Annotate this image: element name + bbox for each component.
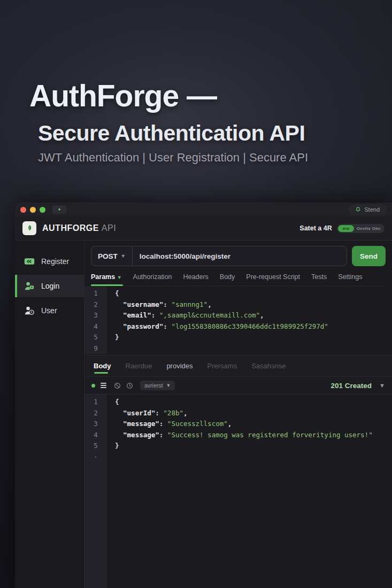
chevron-down-icon: ▼ xyxy=(117,275,122,280)
tab-settings[interactable]: Settings xyxy=(338,273,362,285)
environment-badge[interactable]: o=o Oevtis Obc xyxy=(337,224,385,233)
tab-body[interactable]: Body xyxy=(220,273,235,285)
request-body-editor[interactable]: 123459 { "username": "sannng1", "email":… xyxy=(84,286,392,354)
sidebar: RegisterLoginUser xyxy=(15,241,84,588)
close-window-icon[interactable] xyxy=(20,207,26,213)
tab-tests[interactable]: Tests xyxy=(311,273,327,285)
code-line: { xyxy=(115,288,392,299)
badge-text: Oevtis Obc xyxy=(357,226,381,231)
response-line-numbers: 12345· xyxy=(84,394,107,588)
request-tabs: Params ▼AuthorizationHeadersBodyPre-requ… xyxy=(91,273,386,286)
response-tab-prersams[interactable]: Prersams xyxy=(207,355,237,376)
maximize-window-icon[interactable] xyxy=(40,207,45,213)
code-line xyxy=(115,452,392,463)
tab-headers[interactable]: Headers xyxy=(183,273,209,285)
line-number: 1 xyxy=(84,397,107,408)
code-line: "email": ",saampl&ccnutemaill.com", xyxy=(115,310,392,321)
minimize-window-icon[interactable] xyxy=(30,207,36,213)
chevron-down-icon: ▼ xyxy=(166,383,171,388)
response-tab-provides[interactable]: provides xyxy=(166,355,193,376)
connection-status-icon xyxy=(91,384,95,388)
code-line: "password": "log1558380886c3390466ddc1t9… xyxy=(115,321,392,332)
block-icon[interactable] xyxy=(114,382,121,389)
send-button[interactable]: Send xyxy=(352,246,386,266)
url-input-group: POST ▼ localhost:5000/api/register xyxy=(91,246,347,266)
sidebar-item-label: User xyxy=(41,306,57,315)
response-tab-body[interactable]: Body xyxy=(94,355,111,376)
api-client-window: ✦ Stend AUTHFORGE API Satet a 4R o=o Oev… xyxy=(15,203,392,588)
hero-subtitle: JWT Authentication | User Registration |… xyxy=(38,151,308,165)
header-status-text: Satet a 4R xyxy=(299,225,332,232)
line-number: 5 xyxy=(84,440,107,452)
hero-title-line2: Secure Authentication API xyxy=(38,121,305,146)
code-line: "username": "sannng1", xyxy=(115,299,392,311)
sidebar-item-login[interactable]: Login xyxy=(15,275,84,297)
notify-button-label: Stend xyxy=(364,206,380,213)
line-number: 2 xyxy=(84,299,107,311)
response-tabs: BodyRaerdueprovidesPrersamsSasahsnse xyxy=(84,355,392,377)
response-code: { "userId": "28b", "message": "Sucesszll… xyxy=(107,394,392,588)
response-env-label: avrierst xyxy=(144,382,163,389)
notify-button[interactable]: Stend xyxy=(348,204,387,215)
tab-pre-request-script[interactable]: Pre-request Script xyxy=(246,273,300,285)
method-dropdown[interactable]: POST ▼ xyxy=(91,246,133,266)
chevron-down-icon: ▼ xyxy=(121,253,126,259)
code-line: } xyxy=(115,332,392,343)
url-input[interactable]: localhost:5000/api/register xyxy=(133,252,237,260)
sidebar-item-user[interactable]: User xyxy=(15,301,84,320)
response-toolbar: avrierst ▼ 201 Created ▼ xyxy=(84,377,392,394)
code-line: "message": "Success! samog was registere… xyxy=(115,430,392,441)
menu-icon[interactable] xyxy=(101,383,106,388)
code-line: { xyxy=(115,397,392,408)
chevron-down-icon[interactable]: ▼ xyxy=(379,382,385,389)
code-line xyxy=(115,343,392,354)
card-icon xyxy=(24,256,35,267)
page-background: AuthForge — Secure Authentication API JW… xyxy=(0,0,392,588)
sidebar-item-label: Login xyxy=(41,282,59,290)
response-tab-sasahsnse[interactable]: Sasahsnse xyxy=(251,355,286,376)
line-number: 4 xyxy=(84,321,107,332)
line-number: 9 xyxy=(84,343,107,354)
line-number: 5 xyxy=(84,332,107,343)
line-number: 1 xyxy=(84,288,107,299)
code-line: "message": "Sucesszllscom", xyxy=(115,419,392,430)
line-number: 2 xyxy=(84,408,107,419)
request-bar: POST ▼ localhost:5000/api/register Send xyxy=(91,246,386,266)
window-titlebar: ✦ Stend xyxy=(15,203,392,216)
app-brand-name: AUTHFORGE xyxy=(42,223,99,233)
line-number: 3 xyxy=(84,419,107,430)
bell-icon xyxy=(355,206,361,213)
response-body-viewer: 12345· { "userId": "28b", "message": "Su… xyxy=(84,394,392,588)
code-line: } xyxy=(115,440,392,452)
line-number: 4 xyxy=(84,430,107,441)
user-icon xyxy=(24,305,35,316)
request-line-numbers: 123459 xyxy=(84,286,107,354)
clock-icon[interactable] xyxy=(126,382,133,389)
spark-icon[interactable]: ✦ xyxy=(52,205,66,214)
tab-authorization[interactable]: Authorization xyxy=(133,273,172,285)
response-tab-raerdue[interactable]: Raerdue xyxy=(126,355,152,376)
request-code: { "username": "sannng1", "email": ",saam… xyxy=(107,286,392,354)
code-line: "userId": "28b", xyxy=(115,408,392,419)
tab-params[interactable]: Params ▼ xyxy=(91,273,122,285)
authforge-logo-icon xyxy=(22,221,36,235)
login-icon xyxy=(24,281,35,291)
method-label: POST xyxy=(98,252,118,260)
line-number: 3 xyxy=(84,310,107,321)
status-badge: 201 Created xyxy=(331,382,372,390)
sidebar-item-label: Register xyxy=(41,257,69,266)
app-brand-suffix: API xyxy=(102,223,116,233)
line-number: · xyxy=(84,452,107,463)
badge-chip: o=o xyxy=(338,225,354,232)
main-panel: POST ▼ localhost:5000/api/register Send … xyxy=(84,241,392,588)
response-env-dropdown[interactable]: avrierst ▼ xyxy=(140,381,175,390)
hero-title-line1: AuthForge — xyxy=(29,78,217,113)
app-header: AUTHFORGE API Satet a 4R o=o Oevtis Obc xyxy=(15,216,392,241)
sidebar-item-register[interactable]: Register xyxy=(15,252,84,271)
